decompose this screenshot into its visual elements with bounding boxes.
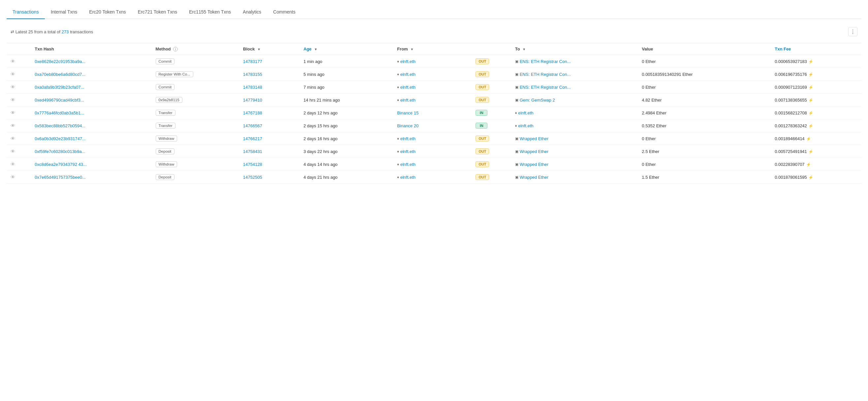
tab-erc1155[interactable]: Erc1155 Token Txns — [183, 5, 237, 19]
direction-badge: IN — [475, 110, 488, 116]
to-link[interactable]: Wrapped Ether — [520, 175, 549, 180]
age-cell: 1 min ago — [300, 55, 393, 68]
fee-cell: 0.00189466414⚡ — [771, 132, 861, 145]
block-link[interactable]: 14758431 — [243, 149, 262, 154]
row-eye-icon[interactable]: 👁 — [10, 162, 15, 167]
age-cell: 4 days 21 hrs ago — [300, 171, 393, 184]
block-link[interactable]: 14767188 — [243, 111, 262, 116]
table-header-row: Txn Hash Method i Block ▼ Age ▼ — [7, 43, 861, 55]
from-link[interactable]: elnft.eth — [400, 59, 415, 64]
txn-hash-link[interactable]: 0xed4996790cad49cbf3... — [35, 98, 84, 102]
txn-hash-link[interactable]: 0x7e65d491757375bee0... — [35, 175, 86, 180]
lightning-icon: ⚡ — [808, 175, 813, 180]
from-link[interactable]: elnft.eth — [400, 149, 415, 154]
total-count-link[interactable]: 273 — [62, 29, 69, 34]
from-link[interactable]: Binance 20 — [397, 123, 418, 128]
col-age: Age ▼ — [300, 43, 393, 55]
to-link[interactable]: Wrapped Ether — [520, 136, 549, 141]
tab-internal-txns[interactable]: Internal Txns — [45, 5, 84, 19]
fee-cell: 0.001278363242⚡ — [771, 119, 861, 132]
from-link[interactable]: elnft.eth — [400, 72, 415, 77]
block-link[interactable]: 14779410 — [243, 98, 262, 102]
from-link[interactable]: elnft.eth — [400, 98, 415, 102]
to-link[interactable]: elnft.eth — [518, 123, 533, 128]
block-link[interactable]: 14752505 — [243, 175, 262, 180]
direction-badge: OUT — [475, 84, 489, 90]
txn-hash-link[interactable]: 0x583bec88bb527b0594... — [35, 123, 85, 128]
to-link[interactable]: ENS: ETH Registrar Con... — [520, 85, 571, 90]
table-row: 👁0xf59fe7c60280c013b9a...Deposit14758431… — [7, 145, 861, 158]
row-eye-icon[interactable]: 👁 — [10, 59, 15, 64]
diamond-icon: ♦ — [515, 111, 517, 115]
from-link[interactable]: elnft.eth — [400, 162, 415, 167]
table-row: 👁0x6a0b3d92e23b931747...Withdraw14766217… — [7, 132, 861, 145]
lightning-icon: ⚡ — [808, 98, 813, 102]
tab-analytics[interactable]: Analytics — [237, 5, 267, 19]
table-row: 👁0x583bec88bb527b0594...Transfer14766567… — [7, 119, 861, 132]
method-badge: Withdraw — [156, 135, 178, 142]
table-row: 👁0xc8d6ea2e79343792 43...Withdraw1475412… — [7, 158, 861, 171]
row-eye-icon[interactable]: 👁 — [10, 136, 15, 141]
from-filter-icon[interactable]: ▼ — [410, 48, 413, 51]
from-link[interactable]: Binance 15 — [397, 111, 418, 116]
age-cell: 4 days 14 hrs ago — [300, 158, 393, 171]
tab-transactions[interactable]: Transactions — [7, 5, 45, 19]
to-link[interactable]: Wrapped Ether — [520, 162, 549, 167]
block-link[interactable]: 14783148 — [243, 85, 262, 90]
to-link[interactable]: ENS: ETH Registrar Con... — [520, 72, 571, 77]
age-cell: 2 days 15 hrs ago — [300, 119, 393, 132]
from-link[interactable]: elnft.eth — [400, 85, 415, 90]
age-filter-icon[interactable]: ▼ — [314, 48, 317, 51]
to-link[interactable]: ENS: ETH Registrar Con... — [520, 59, 571, 64]
to-link[interactable]: Gem: GemSwap 2 — [520, 98, 555, 102]
block-link[interactable]: 14766567 — [243, 123, 262, 128]
tab-comments[interactable]: Comments — [267, 5, 302, 19]
row-eye-icon[interactable]: 👁 — [10, 110, 15, 116]
txn-hash-link[interactable]: 0xc8d6ea2e79343792 43... — [35, 162, 87, 167]
to-addr: ▣Gem: GemSwap 2 — [515, 98, 634, 102]
age-cell: 14 hrs 21 mins ago — [300, 94, 393, 106]
block-link[interactable]: 14766217 — [243, 136, 262, 141]
fee-cell: 0.000653927183⚡ — [771, 55, 861, 68]
block-link[interactable]: 14783177 — [243, 59, 262, 64]
row-eye-icon[interactable]: 👁 — [10, 175, 15, 180]
txn-hash-link[interactable]: 0xe8628e22c91953ba9a... — [35, 59, 85, 64]
col-eye — [7, 43, 31, 55]
block-link[interactable]: 14783155 — [243, 72, 262, 77]
txn-hash-link[interactable]: 0xf59fe7c60280c013b9a... — [35, 149, 85, 154]
value-cell: 0.5352 Ether — [638, 119, 771, 132]
tab-erc721[interactable]: Erc721 Token Txns — [132, 5, 183, 19]
from-link[interactable]: elnft.eth — [400, 175, 415, 180]
to-link[interactable]: Wrapped Ether — [520, 149, 549, 154]
tab-bar: Transactions Internal Txns Erc20 Token T… — [7, 5, 861, 19]
txn-hash-link[interactable]: 0x7776a46fcd0ab3a5b1... — [35, 111, 84, 116]
summary-bar: ⇄ Latest 25 from a total of 273 transact… — [7, 24, 861, 39]
col-block: Block ▼ — [239, 43, 300, 55]
txn-hash-link[interactable]: 0xa0afa9b3f29b23cfa07... — [35, 85, 84, 90]
tab-erc20[interactable]: Erc20 Token Txns — [83, 5, 132, 19]
from-addr: ♦elnft.eth — [397, 59, 468, 64]
row-eye-icon[interactable]: 👁 — [10, 85, 15, 90]
method-badge: Transfer — [156, 123, 176, 129]
method-info-icon[interactable]: i — [173, 47, 178, 52]
direction-badge: OUT — [475, 148, 489, 154]
from-addr: ♦elnft.eth — [397, 85, 468, 90]
value-cell: 0 Ether — [638, 81, 771, 94]
row-eye-icon[interactable]: 👁 — [10, 71, 15, 77]
block-filter-icon[interactable]: ▼ — [257, 48, 260, 51]
row-eye-icon[interactable]: 👁 — [10, 149, 15, 154]
txn-hash-link[interactable]: 0xa70eb80be6a6d80cd7... — [35, 72, 85, 77]
method-badge: 0x9a2b8115 — [156, 97, 182, 103]
to-link[interactable]: elnft.eth — [518, 111, 533, 116]
row-eye-icon[interactable]: 👁 — [10, 97, 15, 102]
diamond-icon: ♦ — [397, 149, 399, 153]
row-eye-icon[interactable]: 👁 — [10, 123, 15, 128]
to-filter-icon[interactable]: ▼ — [522, 48, 526, 51]
from-addr: ♦elnft.eth — [397, 72, 468, 77]
txn-hash-link[interactable]: 0x6a0b3d92e23b931747... — [35, 136, 86, 141]
from-link[interactable]: elnft.eth — [400, 136, 415, 141]
table-row: 👁0xe8628e22c91953ba9a...Commit147831771 … — [7, 55, 861, 68]
col-txn-fee: Txn Fee — [771, 43, 861, 55]
block-link[interactable]: 14754128 — [243, 162, 262, 167]
more-options-button[interactable]: ⋮ — [848, 27, 858, 36]
